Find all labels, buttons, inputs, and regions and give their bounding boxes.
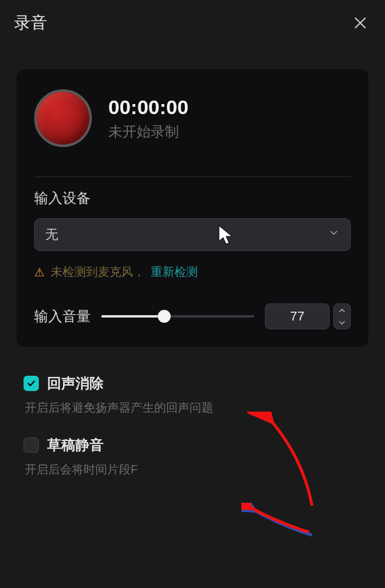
echo-cancel-checkbox[interactable] (24, 376, 39, 391)
dialog-title: 录音 (14, 12, 47, 34)
mute-draft-checkbox[interactable] (24, 437, 39, 453)
mute-draft-desc: 开启后会将时间片段F (25, 462, 361, 477)
chevron-up-icon (339, 309, 345, 312)
input-volume-row: 输入音量 (34, 303, 351, 329)
warning-icon: ⚠ (34, 265, 45, 279)
chevron-down-icon (328, 227, 340, 242)
volume-step-down[interactable] (334, 316, 350, 329)
annotation-arrow-2 (241, 503, 318, 550)
mic-warning-text: 未检测到麦克风， (51, 264, 145, 280)
close-button[interactable] (350, 12, 371, 34)
check-icon (26, 378, 36, 389)
input-volume-slider[interactable] (101, 310, 254, 322)
input-device-selected-value: 无 (45, 226, 58, 243)
mute-draft-title: 草稿静音 (47, 436, 104, 455)
mic-warning-row: ⚠ 未检测到麦克风， 重新检测 (34, 264, 351, 280)
record-status-block: 00:00:00 未开始录制 (108, 96, 188, 141)
input-device-label: 输入设备 (34, 189, 351, 208)
echo-cancel-option: 回声消除 开启后将避免扬声器产生的回声问题 (24, 374, 361, 416)
options-section: 回声消除 开启后将避免扬声器产生的回声问题 草稿静音 开启后会将时间片段F (0, 359, 385, 503)
input-volume-field[interactable] (265, 303, 330, 329)
slider-fill (101, 315, 164, 318)
slider-thumb (158, 310, 171, 323)
dialog-header: 录音 (0, 0, 385, 46)
volume-stepper (333, 303, 351, 329)
record-status-text: 未开始录制 (108, 122, 188, 141)
chevron-down-icon (339, 321, 345, 325)
divider (34, 176, 351, 177)
retry-detect-link[interactable]: 重新检测 (151, 264, 198, 280)
recorder-panel: 00:00:00 未开始录制 输入设备 无 ⚠ 未检测到麦克风， 重新检测 输入… (16, 69, 369, 347)
record-timer: 00:00:00 (108, 96, 188, 119)
echo-cancel-title: 回声消除 (47, 374, 104, 393)
volume-step-up[interactable] (334, 304, 350, 316)
record-button[interactable] (34, 89, 92, 147)
echo-cancel-desc: 开启后将避免扬声器产生的回声问题 (25, 400, 361, 416)
record-row: 00:00:00 未开始录制 (34, 89, 351, 147)
volume-input-group (265, 303, 351, 329)
input-volume-label: 输入音量 (34, 307, 91, 326)
close-icon (352, 15, 369, 31)
input-device-select[interactable]: 无 (34, 218, 351, 251)
mute-draft-option: 草稿静音 开启后会将时间片段F (24, 436, 361, 477)
